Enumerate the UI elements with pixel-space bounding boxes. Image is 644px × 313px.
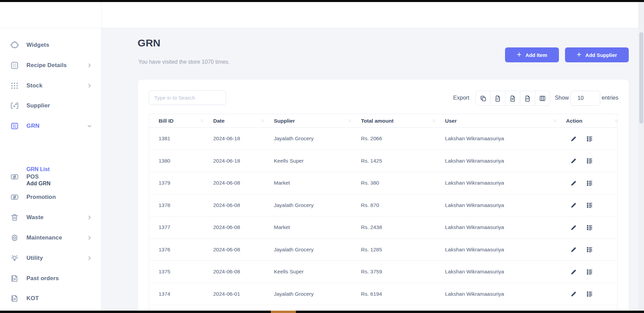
sort-icon[interactable]: ↑↓ bbox=[261, 118, 264, 123]
cell-supplier: Keells Super bbox=[264, 158, 351, 164]
sidebar-item-widgets[interactable]: Widgets bbox=[0, 39, 101, 51]
details-list-icon[interactable] bbox=[586, 224, 593, 231]
add-item-button[interactable]: + Add Item bbox=[505, 47, 559, 62]
cell-total-amount: Rs. 1425 bbox=[351, 158, 436, 164]
dots-grid-icon bbox=[10, 81, 19, 90]
tray-plus-icon bbox=[10, 101, 19, 110]
text-file-icon bbox=[509, 95, 516, 102]
sidebar-item-grn[interactable]: GRN bbox=[0, 120, 101, 132]
details-list-icon[interactable] bbox=[586, 268, 593, 275]
show-label: Show bbox=[555, 95, 569, 101]
column-header-bill-id[interactable]: Bill ID↑↓ bbox=[149, 118, 204, 124]
chevron-right-icon bbox=[87, 235, 92, 241]
details-list-icon[interactable] bbox=[586, 157, 593, 164]
cell-user: Lakshan Wikramaasuriya bbox=[436, 224, 557, 230]
vertical-scrollbar-thumb[interactable] bbox=[639, 32, 643, 124]
details-list-icon[interactable] bbox=[586, 246, 593, 253]
table-row: 1380 2024-06-18 Keells Super Rs. 1425 La… bbox=[149, 150, 617, 172]
sidebar-item-pos[interactable]: POS bbox=[0, 171, 101, 183]
cell-total-amount: Rs. 6194 bbox=[351, 291, 436, 297]
cell-actions bbox=[557, 268, 618, 275]
cell-user: Lakshan Wikramaasuriya bbox=[436, 247, 557, 253]
cell-actions bbox=[557, 135, 618, 142]
sort-icon[interactable]: ↑↓ bbox=[200, 118, 203, 123]
column-header-total-amount[interactable]: Total amount↑↓ bbox=[351, 118, 436, 124]
column-header-supplier[interactable]: Supplier↑↓ bbox=[264, 118, 351, 124]
cell-supplier: Jayalath Grocery bbox=[264, 202, 351, 208]
cell-total-amount: Rs. 2438 bbox=[351, 224, 436, 230]
cell-supplier: Jayalath Grocery bbox=[264, 291, 351, 297]
table-body: 1381 2024-06-18 Jayalath Grocery Rs. 206… bbox=[149, 128, 617, 313]
export-xls-button[interactable]: XLS bbox=[490, 91, 505, 106]
sidebar-item-promotion[interactable]: Promotion bbox=[0, 191, 101, 203]
page-subtitle: You have visited the store 1070 times. bbox=[138, 59, 230, 65]
entries-label: entries bbox=[602, 95, 619, 101]
sidebar-item-past-orders[interactable]: Past orders bbox=[0, 273, 101, 284]
cell-date: 2024-06-08 bbox=[204, 202, 264, 208]
copy-icon bbox=[480, 95, 487, 102]
details-list-icon[interactable] bbox=[586, 290, 593, 297]
column-header-action[interactable]: Action↑↓ bbox=[557, 118, 618, 124]
cell-date: 2024-06-08 bbox=[204, 247, 264, 253]
puzzle-icon bbox=[10, 41, 19, 49]
entries-count-select[interactable]: 10 bbox=[570, 91, 600, 106]
sidebar-item-utility[interactable]: Utility bbox=[0, 252, 101, 264]
svg-text:PDF: PDF bbox=[526, 98, 529, 100]
export-columns-button[interactable] bbox=[535, 91, 550, 106]
cell-actions bbox=[557, 180, 618, 187]
cell-date: 2024-06-08 bbox=[204, 180, 264, 186]
sort-icon[interactable]: ↑↓ bbox=[615, 118, 618, 123]
window-bottom-edge bbox=[0, 311, 644, 313]
edit-pencil-icon[interactable] bbox=[570, 135, 577, 142]
sidebar-item-recipe-details[interactable]: Recipe Details bbox=[0, 60, 101, 71]
export-pdf-button[interactable]: PDF bbox=[520, 91, 535, 106]
details-list-icon[interactable] bbox=[586, 180, 593, 187]
cell-user: Lakshan Wikramaasuriya bbox=[436, 291, 557, 297]
details-list-icon[interactable] bbox=[586, 202, 593, 209]
cell-user: Lakshan Wikramaasuriya bbox=[436, 269, 557, 275]
sidebar-item-stock[interactable]: Stock bbox=[0, 80, 101, 91]
cell-user: Lakshan Wikramaasuriya bbox=[436, 158, 557, 164]
svg-text:XLS: XLS bbox=[497, 98, 500, 100]
chevron-right-icon bbox=[87, 215, 92, 220]
sidebar-item-kot[interactable]: KOT bbox=[0, 293, 101, 304]
cell-total-amount: Rs. 1285 bbox=[351, 247, 436, 253]
cell-total-amount: Rs. 870 bbox=[351, 202, 436, 208]
sort-icon[interactable]: ↑↓ bbox=[553, 118, 556, 123]
gear-icon bbox=[10, 233, 19, 242]
sidebar-item-waste[interactable]: Waste bbox=[0, 212, 101, 223]
add-supplier-button[interactable]: + Add Supplier bbox=[565, 47, 629, 62]
edit-pencil-icon[interactable] bbox=[570, 268, 577, 275]
cell-supplier: Market bbox=[264, 224, 351, 230]
details-list-icon[interactable] bbox=[586, 135, 593, 142]
chevron-down-icon bbox=[87, 123, 92, 129]
sidebar-nav: Widgets Recipe Details Stock Supplier GR… bbox=[0, 28, 101, 313]
sidebar-item-maintenance[interactable]: Maintenance bbox=[0, 232, 101, 244]
edit-pencil-icon[interactable] bbox=[570, 157, 577, 164]
grn-table-card: Export XLS PDF Show 10 entries Bill ID↑↓… bbox=[138, 80, 629, 313]
edit-pencil-icon[interactable] bbox=[570, 290, 577, 297]
column-header-date[interactable]: Date↑↓ bbox=[204, 118, 264, 124]
search-input[interactable] bbox=[149, 90, 226, 105]
plus-icon: + bbox=[577, 51, 581, 59]
table-row: 1374 2024-06-01 Jayalath Grocery Rs. 619… bbox=[149, 283, 617, 306]
sidebar-item-supplier[interactable]: Supplier bbox=[0, 100, 101, 111]
sidebar-divider bbox=[101, 2, 102, 311]
export-csv-button[interactable] bbox=[505, 91, 520, 106]
cell-supplier: Keells Super bbox=[264, 269, 351, 275]
cell-bill-id: 1375 bbox=[149, 269, 204, 275]
sort-icon[interactable]: ↑↓ bbox=[432, 118, 435, 123]
export-copy-button[interactable] bbox=[476, 91, 490, 106]
edit-pencil-icon[interactable] bbox=[570, 180, 577, 187]
grn-table: Bill ID↑↓ Date↑↓ Supplier↑↓ Total amount… bbox=[149, 114, 618, 313]
sort-icon[interactable]: ↑↓ bbox=[348, 118, 351, 123]
bottom-edge-accent bbox=[271, 311, 296, 313]
table-row: 1381 2024-06-18 Jayalath Grocery Rs. 206… bbox=[149, 128, 617, 150]
cell-bill-id: 1374 bbox=[149, 291, 204, 297]
table-row: 1375 2024-06-08 Keells Super Rs. 3759 La… bbox=[149, 261, 617, 283]
cell-date: 2024-06-08 bbox=[204, 224, 264, 230]
column-header-user[interactable]: User↑↓ bbox=[436, 118, 557, 124]
edit-pencil-icon[interactable] bbox=[570, 202, 577, 209]
edit-pencil-icon[interactable] bbox=[570, 224, 577, 231]
edit-pencil-icon[interactable] bbox=[570, 246, 577, 253]
